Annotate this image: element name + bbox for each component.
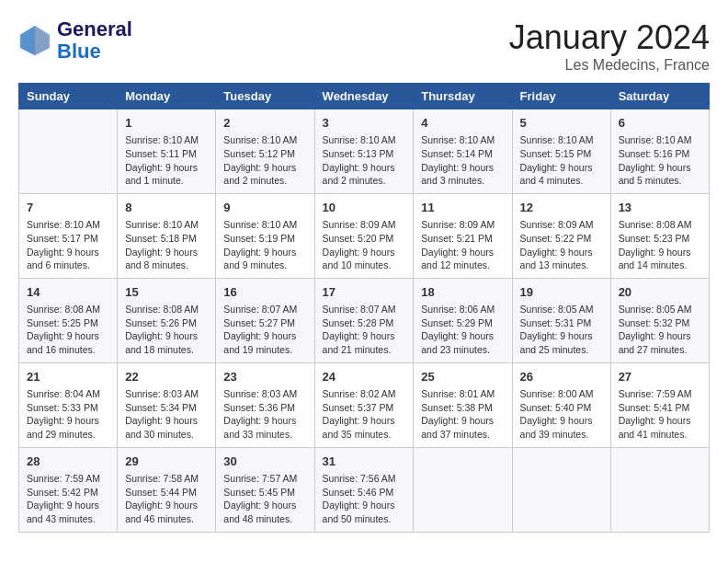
day-number: 19: [520, 284, 603, 301]
weekday-header-friday: Friday: [512, 84, 610, 109]
calendar-cell: 17Sunrise: 8:07 AM Sunset: 5:28 PM Dayli…: [314, 278, 414, 362]
calendar-cell: 24Sunrise: 8:02 AM Sunset: 5:37 PM Dayli…: [314, 362, 414, 447]
calendar-cell: [512, 447, 610, 532]
day-info: Sunrise: 8:01 AM Sunset: 5:38 PM Dayligh…: [421, 387, 504, 442]
logo: General Blue: [18, 18, 132, 63]
weekday-header-row: SundayMondayTuesdayWednesdayThursdayFrid…: [19, 84, 710, 109]
calendar-cell: 14Sunrise: 8:08 AM Sunset: 5:25 PM Dayli…: [19, 278, 118, 362]
day-info: Sunrise: 8:05 AM Sunset: 5:32 PM Dayligh…: [619, 303, 701, 357]
weekday-header-sunday: Sunday: [19, 84, 118, 109]
day-number: 5: [520, 115, 603, 132]
day-number: 23: [223, 369, 306, 385]
day-number: 14: [27, 284, 109, 301]
day-number: 28: [27, 454, 109, 470]
calendar-cell: 22Sunrise: 8:03 AM Sunset: 5:34 PM Dayli…: [118, 362, 216, 447]
day-number: 8: [125, 200, 208, 216]
calendar-cell: 10Sunrise: 8:09 AM Sunset: 5:20 PM Dayli…: [314, 193, 414, 278]
day-info: Sunrise: 8:03 AM Sunset: 5:34 PM Dayligh…: [125, 387, 208, 442]
day-number: 31: [323, 454, 406, 470]
day-number: 30: [223, 454, 306, 470]
calendar-cell: 28Sunrise: 7:59 AM Sunset: 5:42 PM Dayli…: [19, 447, 118, 532]
calendar-week-2: 7Sunrise: 8:10 AM Sunset: 5:17 PM Daylig…: [19, 193, 710, 278]
calendar-cell: [414, 447, 512, 532]
day-info: Sunrise: 8:10 AM Sunset: 5:17 PM Dayligh…: [27, 218, 109, 272]
day-number: 7: [27, 200, 109, 216]
day-number: 15: [125, 284, 208, 301]
calendar-cell: 12Sunrise: 8:09 AM Sunset: 5:22 PM Dayli…: [512, 193, 610, 278]
calendar-title: January 2024: [509, 18, 710, 57]
day-info: Sunrise: 8:00 AM Sunset: 5:40 PM Dayligh…: [520, 387, 603, 442]
calendar-cell: 1Sunrise: 8:10 AM Sunset: 5:11 PM Daylig…: [118, 109, 216, 194]
calendar-cell: 8Sunrise: 8:10 AM Sunset: 5:18 PM Daylig…: [118, 193, 216, 278]
day-number: 20: [619, 284, 701, 301]
calendar-cell: 19Sunrise: 8:05 AM Sunset: 5:31 PM Dayli…: [512, 278, 610, 362]
calendar-cell: 7Sunrise: 8:10 AM Sunset: 5:17 PM Daylig…: [19, 193, 118, 278]
calendar-week-5: 28Sunrise: 7:59 AM Sunset: 5:42 PM Dayli…: [19, 447, 710, 532]
day-number: 13: [619, 200, 701, 216]
day-info: Sunrise: 8:10 AM Sunset: 5:16 PM Dayligh…: [619, 133, 701, 188]
day-info: Sunrise: 8:10 AM Sunset: 5:13 PM Dayligh…: [323, 133, 406, 188]
day-number: 12: [520, 200, 603, 216]
day-info: Sunrise: 8:06 AM Sunset: 5:29 PM Dayligh…: [421, 303, 504, 357]
day-number: 10: [323, 200, 406, 216]
logo-text: General Blue: [57, 18, 132, 63]
svg-marker-1: [35, 26, 50, 55]
calendar-cell: 9Sunrise: 8:10 AM Sunset: 5:19 PM Daylig…: [216, 193, 314, 278]
weekday-header-tuesday: Tuesday: [216, 84, 314, 109]
day-info: Sunrise: 8:08 AM Sunset: 5:26 PM Dayligh…: [125, 303, 208, 357]
day-number: 25: [421, 369, 504, 385]
calendar-cell: 2Sunrise: 8:10 AM Sunset: 5:12 PM Daylig…: [216, 109, 314, 194]
calendar-cell: 3Sunrise: 8:10 AM Sunset: 5:13 PM Daylig…: [314, 109, 414, 194]
calendar-cell: 21Sunrise: 8:04 AM Sunset: 5:33 PM Dayli…: [19, 362, 118, 447]
day-info: Sunrise: 8:10 AM Sunset: 5:12 PM Dayligh…: [223, 133, 306, 188]
page-header: General Blue January 2024 Les Medecins, …: [18, 18, 710, 74]
calendar-cell: 26Sunrise: 8:00 AM Sunset: 5:40 PM Dayli…: [512, 362, 610, 447]
day-number: 2: [223, 115, 306, 132]
calendar-cell: 4Sunrise: 8:10 AM Sunset: 5:14 PM Daylig…: [414, 109, 512, 194]
calendar-cell: 23Sunrise: 8:03 AM Sunset: 5:36 PM Dayli…: [216, 362, 314, 447]
calendar-week-3: 14Sunrise: 8:08 AM Sunset: 5:25 PM Dayli…: [19, 278, 710, 362]
day-info: Sunrise: 8:09 AM Sunset: 5:20 PM Dayligh…: [323, 218, 406, 272]
day-info: Sunrise: 8:10 AM Sunset: 5:11 PM Dayligh…: [125, 133, 208, 188]
weekday-header-saturday: Saturday: [610, 84, 709, 109]
day-info: Sunrise: 7:59 AM Sunset: 5:41 PM Dayligh…: [619, 387, 701, 442]
calendar-subtitle: Les Medecins, France: [509, 57, 710, 74]
logo-line1: General: [57, 18, 132, 40]
calendar-cell: 25Sunrise: 8:01 AM Sunset: 5:38 PM Dayli…: [414, 362, 512, 447]
calendar-week-4: 21Sunrise: 8:04 AM Sunset: 5:33 PM Dayli…: [19, 362, 710, 447]
calendar-cell: 16Sunrise: 8:07 AM Sunset: 5:27 PM Dayli…: [216, 278, 314, 362]
calendar-cell: 13Sunrise: 8:08 AM Sunset: 5:23 PM Dayli…: [610, 193, 709, 278]
day-number: 9: [223, 200, 306, 216]
calendar-cell: 29Sunrise: 7:58 AM Sunset: 5:44 PM Dayli…: [118, 447, 216, 532]
day-info: Sunrise: 7:56 AM Sunset: 5:46 PM Dayligh…: [323, 472, 406, 526]
day-info: Sunrise: 8:10 AM Sunset: 5:19 PM Dayligh…: [223, 218, 306, 272]
day-number: 27: [619, 369, 701, 385]
day-number: 3: [323, 115, 406, 132]
calendar-cell: 27Sunrise: 7:59 AM Sunset: 5:41 PM Dayli…: [610, 362, 709, 447]
day-number: 4: [421, 115, 504, 132]
day-info: Sunrise: 8:07 AM Sunset: 5:27 PM Dayligh…: [223, 303, 306, 357]
day-info: Sunrise: 8:08 AM Sunset: 5:25 PM Dayligh…: [27, 303, 109, 357]
day-number: 16: [223, 284, 306, 301]
day-info: Sunrise: 8:09 AM Sunset: 5:22 PM Dayligh…: [520, 218, 603, 272]
logo-line2: Blue: [57, 40, 132, 63]
day-info: Sunrise: 7:58 AM Sunset: 5:44 PM Dayligh…: [125, 472, 208, 526]
day-info: Sunrise: 8:09 AM Sunset: 5:21 PM Dayligh…: [421, 218, 504, 272]
day-info: Sunrise: 8:05 AM Sunset: 5:31 PM Dayligh…: [520, 303, 603, 357]
calendar-cell: 18Sunrise: 8:06 AM Sunset: 5:29 PM Dayli…: [414, 278, 512, 362]
day-number: 21: [27, 369, 109, 385]
calendar-cell: 20Sunrise: 8:05 AM Sunset: 5:32 PM Dayli…: [610, 278, 709, 362]
day-number: 22: [125, 369, 208, 385]
calendar-cell: [610, 447, 709, 532]
day-info: Sunrise: 7:57 AM Sunset: 5:45 PM Dayligh…: [223, 472, 306, 526]
day-info: Sunrise: 8:02 AM Sunset: 5:37 PM Dayligh…: [323, 387, 406, 442]
day-info: Sunrise: 8:03 AM Sunset: 5:36 PM Dayligh…: [223, 387, 306, 442]
day-number: 17: [323, 284, 406, 301]
weekday-header-thursday: Thursday: [414, 84, 512, 109]
day-info: Sunrise: 8:08 AM Sunset: 5:23 PM Dayligh…: [619, 218, 701, 272]
weekday-header-monday: Monday: [118, 84, 216, 109]
day-number: 11: [421, 200, 504, 216]
calendar-cell: 5Sunrise: 8:10 AM Sunset: 5:15 PM Daylig…: [512, 109, 610, 194]
day-number: 29: [125, 454, 208, 470]
day-number: 18: [421, 284, 504, 301]
